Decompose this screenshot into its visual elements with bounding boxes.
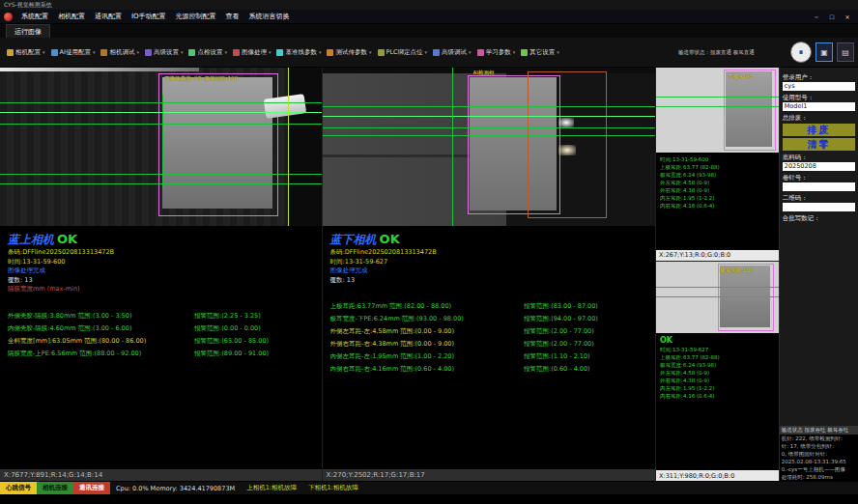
preview-line: 外左耳距:4.58 (0-9) — [660, 179, 775, 186]
dark-edge — [289, 68, 322, 226]
main-content: 下极耳高度: 93. 极耳间距:100 蓝上相机OK 条码:DFFline202… — [0, 68, 858, 481]
chevron-down-icon: ▾ — [181, 49, 184, 55]
other-settings-icon — [521, 49, 528, 56]
camera-view-toggle-button[interactable]: ▣ — [815, 42, 833, 62]
preview-line: 外左耳距:4.58 (0-9) — [660, 369, 775, 377]
toolbar-item-label: 学习参数 — [486, 48, 511, 57]
count-line: 覆数: 13 — [8, 276, 314, 286]
toolbar-item[interactable]: 基准线参数▾ — [273, 48, 324, 57]
toolbar-item-label: 相机调试 — [109, 48, 134, 57]
toolbar-item-label: 其它设置 — [529, 48, 555, 57]
preview-line: 内左耳距:1.95 (1-2.2) — [660, 384, 775, 392]
toolbar-item-label: 图像处理 — [242, 48, 267, 57]
title-bar: CYS-视觉检测系统 — [0, 0, 858, 10]
bright-band — [0, 68, 199, 71]
reject-button[interactable]: 排废 — [783, 124, 855, 136]
toolbar-item[interactable]: AI使用配置▾ — [48, 48, 99, 57]
list-view-toggle-button[interactable]: ▤ — [837, 42, 854, 62]
alarm-range-text: 报警范围:(0.60 - 4.00) — [524, 363, 647, 376]
toolbar-item[interactable]: 高级调试▾ — [430, 48, 474, 57]
toolbar-item[interactable]: 其它设置▾ — [518, 48, 562, 57]
menu-item[interactable]: 相机配置 — [53, 12, 90, 21]
toolbar-item[interactable]: 相机配置▾ — [4, 48, 48, 57]
pixel-coords-readout: X:7677;Y:891;R:14;G:14;B:14 — [0, 469, 322, 481]
result-title-row: 蓝下相机OK — [330, 232, 647, 248]
toolbar-item[interactable]: 图像处理▾ — [230, 48, 274, 57]
measurement-row: 极耳宽度-下PE:6.24mm 范围:(93.00 - 98.00)报警范围:(… — [330, 313, 647, 325]
toolbar-item[interactable]: 测试传参数▾ — [324, 48, 374, 57]
batch-record-label: 合批写数记： — [783, 214, 855, 222]
material-code-field[interactable]: 20250208 — [783, 162, 855, 171]
alarm-range-text: 报警范围:(83.00 - 87.00) — [524, 300, 647, 313]
guide-line-h — [656, 97, 779, 98]
toolbar-item[interactable]: PLC绑定点位▾ — [375, 48, 431, 57]
preview-status-ok: OK — [660, 336, 775, 346]
reflection-spot — [558, 118, 574, 127]
plc-binding-icon — [378, 49, 385, 56]
preview-canvas-1[interactable]: 下极耳:93 — [656, 68, 779, 153]
preview-column: 下极耳:93 时间:13-31-59-600 上极耳距:63.77 (82-88… — [655, 68, 779, 481]
measurement-text: 全料宽度[mm]:63.05mm 范围:(80.00 - 86.00) — [8, 335, 194, 348]
preview-line: 时间:13-31-59-627 — [660, 346, 775, 353]
stats-line: 0.-cys一号上相机——图像 — [780, 465, 858, 473]
toolbar: 相机配置▾ AI使用配置▾ 相机调试▾ 高级设置▾ 点检设置▾ 图像处理▾ 基准… — [0, 38, 858, 68]
stats-line: 0, 纸带图固针对针: — [780, 450, 858, 458]
menu-item[interactable]: 查看 — [221, 12, 244, 21]
needle-number-field[interactable] — [783, 182, 855, 191]
chevron-down-icon: ▾ — [319, 49, 322, 55]
stats-block: 输送状态 报废吞吐 极耳吞吐 机针: 222, 纸带检测到针: 针: 17, 纸… — [780, 426, 858, 481]
camera-canvas-top[interactable]: 下极耳高度: 93. 极耳间距:100 — [0, 68, 322, 226]
login-user-field[interactable]: cys — [783, 82, 855, 91]
barcode-line: 条码:DFFline2025020813313472B — [330, 248, 647, 258]
menu-item[interactable]: 系统语言切换 — [244, 12, 295, 21]
tab-run-image[interactable]: 运行图像 — [6, 24, 50, 38]
guide-line-h — [656, 296, 779, 297]
menu-item[interactable]: 系统配置 — [16, 12, 53, 21]
measurement-text: 外侧右耳距-右:4.38mm 范围:(0.00 - 9.00) — [330, 338, 524, 350]
chevron-down-icon: ▾ — [224, 49, 227, 55]
measurement-rows: 上极耳距:63.77mm 范围:(82.00 - 88.00)报警范围:(83.… — [330, 300, 647, 376]
alarm-range-text: 报警范围:(0.00 - 0.00) — [194, 322, 313, 335]
preview-line: 内右耳距:4.16 (0.6-4) — [660, 392, 775, 400]
menu-item[interactable]: 通讯配置 — [90, 12, 127, 21]
menu-item[interactable]: 光源控制配置 — [171, 12, 221, 21]
clear-button[interactable]: 清零 — [783, 138, 855, 151]
overlay-label: 下极耳:93 — [728, 73, 752, 80]
guide-line-h — [0, 112, 322, 113]
pixel-coords-readout: X:270;Y:2502;R:17;G:17;B:17 — [323, 469, 655, 481]
minimize-button[interactable]: ─ — [810, 12, 823, 22]
window-controls: ─ ☐ ✕ — [810, 12, 854, 22]
measurement-text: 极耳宽度-下PE:6.24mm 范围:(93.00 - 98.00) — [330, 313, 524, 325]
model-field[interactable]: Model1 — [783, 102, 855, 111]
toolbar-item[interactable]: 高级设置▾ — [142, 48, 186, 57]
barcode-line: 条码:DFFline2025020813313472B — [8, 248, 314, 258]
alarm-range-text: 报警范围:(2.00 - 77.00) — [524, 325, 647, 338]
result-area-bottom: 蓝下相机OK 条码:DFFline2025020813313472B 时间:13… — [323, 226, 655, 469]
preview-canvas-2[interactable]: 极耳间距:100 — [656, 262, 779, 333]
guide-line-h — [323, 127, 655, 128]
toolbar-item[interactable]: 学习参数▾ — [474, 48, 519, 57]
menu-item[interactable]: IO手动配置 — [127, 12, 171, 21]
qr-code-field[interactable] — [783, 203, 855, 211]
pause-button[interactable]: ⏸ — [790, 42, 812, 63]
close-button[interactable]: ✕ — [841, 12, 854, 22]
chevron-down-icon: ▾ — [269, 49, 272, 55]
overlay-label: 极耳间距:100 — [720, 267, 753, 274]
preview-line: 外右耳距:4.38 (0-9) — [660, 377, 775, 384]
time-line: 时间:13-31-59-627 — [330, 258, 647, 267]
maximize-button[interactable]: ☐ — [825, 12, 839, 22]
status-ok: OK — [57, 232, 77, 246]
measurement-text: 内侧右耳距-右:4.16mm 范围:(0.60 - 4.00) — [330, 363, 524, 376]
preview-line: 极耳宽度:6.24 (93-98) — [660, 361, 775, 369]
pixel-coords-readout: X:267;Y:13;R:0;G:0;B:0 — [656, 250, 779, 261]
preview-result-text-1: 时间:13-31-59-600 上极耳距:63.77 (82-88) 极耳宽度:… — [656, 153, 779, 250]
tab-row: 运行图像 — [0, 24, 858, 38]
alarm-range-text: 报警范围:(65.00 - 85.00) — [194, 335, 313, 348]
camera-config-icon — [7, 49, 14, 56]
toolbar-item[interactable]: 点检设置▾ — [186, 48, 230, 57]
camera-canvas-bottom[interactable]: AI检测框 — [323, 68, 655, 226]
toolbar-item[interactable]: 相机调试▾ — [98, 48, 142, 57]
camera-fault-bottom: 下相机1:相机故障 — [302, 482, 364, 494]
measurement-row: 内侧左耳距-左:1.95mm 范围:(1.00 - 2.20)报警范围:(1.1… — [330, 350, 647, 363]
cell-object — [726, 71, 772, 147]
